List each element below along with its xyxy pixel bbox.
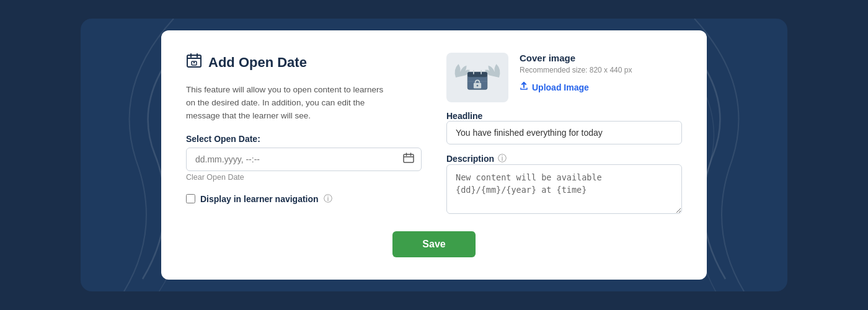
display-nav-label[interactable]: Display in learner navigation bbox=[200, 194, 319, 204]
dialog-card: Add Open Date This feature will allow yo… bbox=[161, 30, 707, 280]
dialog-description: This feature will allow you to open cont… bbox=[186, 84, 391, 123]
date-input[interactable] bbox=[186, 148, 422, 171]
calendar-icon bbox=[186, 53, 202, 73]
description-label: Description bbox=[446, 154, 494, 164]
svg-point-16 bbox=[477, 85, 479, 87]
info-circle-icon[interactable]: ⓘ bbox=[324, 193, 332, 205]
card-body: Add Open Date This feature will allow yo… bbox=[186, 53, 682, 216]
cover-image-section: Cover image Recommended size: 820 x 440 … bbox=[446, 53, 682, 102]
date-input-wrapper bbox=[186, 148, 422, 171]
clear-date-link[interactable]: Clear Open Date bbox=[186, 173, 244, 182]
save-button[interactable]: Save bbox=[392, 231, 475, 257]
upload-icon bbox=[520, 82, 528, 92]
date-picker-icon[interactable] bbox=[403, 153, 414, 166]
cover-image-size-info: Recommended size: 820 x 440 px bbox=[520, 66, 632, 74]
headline-input[interactable] bbox=[446, 121, 682, 144]
right-column: Cover image Recommended size: 820 x 440 … bbox=[446, 53, 682, 216]
svg-rect-11 bbox=[467, 72, 487, 77]
left-column: Add Open Date This feature will allow yo… bbox=[186, 53, 422, 216]
display-nav-checkbox[interactable] bbox=[186, 194, 195, 203]
cover-image-title: Cover image bbox=[520, 53, 632, 63]
cover-image-thumbnail bbox=[446, 53, 508, 102]
outer-card: Add Open Date This feature will allow yo… bbox=[81, 19, 787, 291]
display-nav-row: Display in learner navigation ⓘ bbox=[186, 193, 422, 205]
svg-point-5 bbox=[193, 62, 195, 63]
desc-label-row: Description ⓘ bbox=[446, 153, 682, 164]
date-field-label: Select Open Date: bbox=[186, 134, 422, 144]
description-field-group: Description ⓘ New content will be availa… bbox=[446, 153, 682, 216]
upload-image-label: Upload Image bbox=[532, 82, 589, 92]
dialog-title: Add Open Date bbox=[186, 53, 422, 73]
cover-image-info: Cover image Recommended size: 820 x 440 … bbox=[520, 53, 632, 95]
headline-label: Headline bbox=[446, 111, 682, 121]
upload-image-button[interactable]: Upload Image bbox=[520, 79, 632, 95]
card-footer: Save bbox=[186, 231, 682, 257]
date-field-group: Select Open Date: Clear Open Da bbox=[186, 134, 422, 182]
dialog-title-text: Add Open Date bbox=[208, 55, 307, 71]
desc-info-circle-icon[interactable]: ⓘ bbox=[498, 153, 507, 164]
svg-rect-6 bbox=[404, 154, 414, 162]
headline-field-group: Headline bbox=[446, 111, 682, 144]
description-textarea[interactable]: New content will be available {dd}/{mm}/… bbox=[446, 164, 682, 214]
